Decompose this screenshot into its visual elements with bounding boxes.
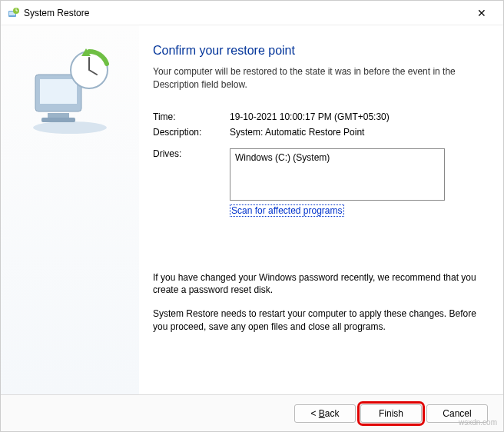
time-value: 19-10-2021 10:00:17 PM (GMT+05:30) bbox=[230, 111, 482, 122]
scan-link-row: Scan for affected programs bbox=[230, 205, 482, 216]
back-rest: ack bbox=[325, 408, 340, 419]
description-label: Description: bbox=[153, 127, 230, 138]
svg-rect-7 bbox=[41, 118, 75, 122]
restore-illustration bbox=[20, 47, 120, 139]
password-note: If you have changed your Windows passwor… bbox=[153, 271, 482, 297]
watermark: wsxdn.com bbox=[459, 418, 497, 427]
titlebar: System Restore ✕ bbox=[1, 1, 503, 25]
back-letter: B bbox=[319, 408, 325, 419]
page-heading: Confirm your restore point bbox=[153, 44, 482, 58]
back-button[interactable]: < Back bbox=[294, 404, 356, 423]
drives-row: Drives: Windows (C:) (System) bbox=[153, 148, 482, 201]
body-area: Confirm your restore point Your computer… bbox=[1, 25, 503, 394]
intro-text: Your computer will be restored to the st… bbox=[153, 65, 482, 91]
drive-item: Windows (C:) (System) bbox=[235, 152, 439, 163]
system-restore-icon bbox=[7, 7, 19, 19]
back-prefix: < bbox=[310, 408, 318, 419]
svg-rect-6 bbox=[48, 113, 69, 118]
time-row: Time: 19-10-2021 10:00:17 PM (GMT+05:30) bbox=[153, 111, 482, 122]
svg-point-3 bbox=[33, 121, 107, 134]
main-pane: Confirm your restore point Your computer… bbox=[139, 25, 503, 394]
drives-label: Drives: bbox=[153, 148, 230, 201]
svg-rect-5 bbox=[40, 79, 77, 104]
description-value: System: Automatic Restore Point bbox=[230, 127, 482, 138]
button-bar: < Back Finish Cancel bbox=[1, 394, 503, 431]
scan-affected-link[interactable]: Scan for affected programs bbox=[230, 204, 344, 217]
time-label: Time: bbox=[153, 111, 230, 122]
restart-note: System Restore needs to restart your com… bbox=[153, 307, 482, 334]
left-pane bbox=[1, 25, 139, 394]
close-button[interactable]: ✕ bbox=[466, 2, 497, 24]
finish-button[interactable]: Finish bbox=[360, 404, 422, 423]
description-row: Description: System: Automatic Restore P… bbox=[153, 127, 482, 138]
drives-list[interactable]: Windows (C:) (System) bbox=[230, 148, 445, 201]
window-title: System Restore bbox=[24, 8, 89, 18]
